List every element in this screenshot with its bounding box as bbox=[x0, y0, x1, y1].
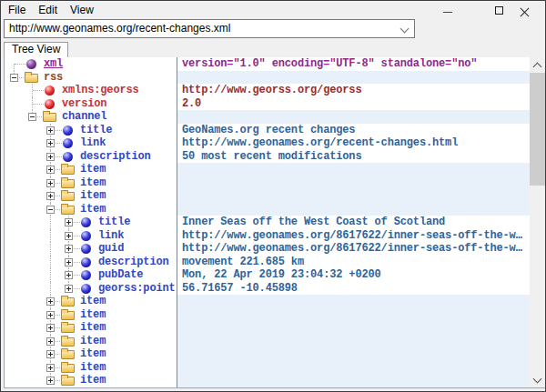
tree-node-row: xml bbox=[5, 57, 177, 71]
tree-expand-toggle-minus[interactable] bbox=[10, 74, 18, 82]
tree-node-row: rss bbox=[5, 71, 177, 85]
tree-node-label[interactable]: link bbox=[98, 229, 124, 243]
tree-guide-line bbox=[33, 104, 44, 105]
tree-expand-toggle-plus[interactable] bbox=[46, 192, 55, 200]
tree-node-label[interactable]: item bbox=[80, 374, 106, 387]
tree-node-row: item bbox=[5, 361, 177, 375]
tree-node-row: item bbox=[5, 163, 177, 176]
value-rows: version="1.0" encoding="UTF-8" standalon… bbox=[177, 57, 530, 387]
tree-node-row: description bbox=[5, 150, 177, 164]
toggle-glyph bbox=[68, 246, 69, 251]
tree-expand-toggle-plus[interactable] bbox=[65, 285, 73, 293]
tree-expand-toggle-plus[interactable] bbox=[65, 218, 73, 226]
close-button[interactable] bbox=[514, 4, 534, 18]
value-row bbox=[177, 361, 530, 375]
url-text[interactable]: http://www.geonames.org/recent-changes.x… bbox=[9, 20, 230, 37]
tree-node-label[interactable]: title bbox=[80, 124, 112, 137]
tree-node-label[interactable]: xml bbox=[44, 57, 63, 71]
tree-guide-line bbox=[50, 242, 51, 256]
tree-guide-line bbox=[33, 90, 44, 91]
value-text: 56.71657 -10.45898 bbox=[177, 282, 530, 296]
tree-node-label[interactable]: description bbox=[80, 150, 151, 164]
menu-file[interactable]: File bbox=[2, 1, 32, 16]
tree-expand-toggle-minus[interactable] bbox=[28, 113, 36, 121]
tree-expand-toggle-plus[interactable] bbox=[46, 324, 55, 332]
tree-node-label[interactable]: item bbox=[80, 308, 106, 322]
tree-expand-toggle-plus[interactable] bbox=[65, 245, 73, 253]
url-combobox[interactable]: http://www.geonames.org/recent-changes.x… bbox=[4, 19, 415, 38]
toggle-glyph bbox=[50, 167, 51, 172]
value-row bbox=[177, 189, 530, 203]
toggle-glyph bbox=[50, 299, 51, 304]
tree-node-label[interactable]: item bbox=[80, 203, 106, 216]
vertical-scrollbar[interactable] bbox=[530, 57, 545, 387]
value-row bbox=[177, 321, 530, 335]
tree-expand-toggle-plus[interactable] bbox=[46, 311, 55, 319]
tree-node-label[interactable]: title bbox=[98, 216, 130, 229]
text-element-ball-icon bbox=[81, 231, 91, 241]
tree-node-label[interactable]: item bbox=[80, 163, 106, 176]
tree-node-label[interactable]: item bbox=[80, 176, 106, 190]
attribute-ball-icon bbox=[45, 99, 55, 109]
scroll-down-button[interactable] bbox=[530, 372, 545, 387]
maximize-button[interactable] bbox=[490, 4, 510, 18]
maximize-icon bbox=[495, 6, 503, 15]
tree-expand-toggle-plus[interactable] bbox=[46, 377, 55, 385]
tree-node-row: item bbox=[5, 321, 177, 335]
tree-node-label[interactable]: pubDate bbox=[98, 268, 143, 282]
tree-node-row: item bbox=[5, 374, 177, 387]
tree-node-label[interactable]: item bbox=[80, 189, 106, 203]
tree-node-label[interactable]: description bbox=[98, 256, 169, 269]
tab-tree-view[interactable]: Tree View bbox=[4, 42, 68, 57]
tree-node-label[interactable]: item bbox=[80, 321, 106, 335]
tree-expand-toggle-plus[interactable] bbox=[46, 337, 55, 346]
tree-expand-toggle-plus[interactable] bbox=[46, 153, 55, 161]
toggle-glyph bbox=[68, 286, 69, 291]
value-text: Inner Seas off the West Coast of Scotlan… bbox=[177, 216, 530, 229]
value-row: version="1.0" encoding="UTF-8" standalon… bbox=[177, 57, 530, 71]
tree-node-label[interactable]: link bbox=[80, 136, 106, 150]
value-text: http://www.geonames.org/8617622/inner-se… bbox=[177, 229, 530, 243]
tree-expand-toggle-plus[interactable] bbox=[46, 139, 55, 147]
menu-view[interactable]: View bbox=[64, 1, 100, 16]
minimize-button[interactable] bbox=[438, 4, 458, 18]
value-text: Mon, 22 Apr 2019 23:04:32 +0200 bbox=[177, 268, 530, 282]
tree-expand-toggle-plus[interactable] bbox=[46, 126, 55, 135]
tree-node-label[interactable]: item bbox=[80, 335, 106, 348]
toggle-glyph bbox=[50, 339, 51, 344]
value-row bbox=[177, 71, 530, 85]
text-element-ball-icon bbox=[81, 257, 91, 267]
tree-expand-toggle-plus[interactable] bbox=[46, 297, 55, 306]
tree-expand-toggle-plus[interactable] bbox=[65, 271, 73, 279]
toggle-glyph bbox=[50, 128, 51, 133]
tree-node-label[interactable]: channel bbox=[62, 110, 106, 124]
tree-node-label[interactable]: version bbox=[62, 97, 106, 111]
tree-node-label[interactable]: guid bbox=[98, 242, 124, 256]
value-text: 50 most recent modifications bbox=[177, 150, 530, 164]
scroll-up-button[interactable] bbox=[530, 57, 545, 73]
tree-node-label[interactable]: item bbox=[80, 347, 106, 361]
tree-expand-toggle-plus[interactable] bbox=[65, 232, 73, 240]
tree-node-label[interactable]: georss:point bbox=[98, 282, 176, 296]
scrollbar-thumb[interactable] bbox=[530, 73, 545, 186]
tree-node-label[interactable]: item bbox=[80, 295, 106, 308]
tree-expand-toggle-plus[interactable] bbox=[46, 179, 55, 187]
tree-node-label[interactable]: item bbox=[80, 361, 106, 375]
tree-expand-toggle-plus[interactable] bbox=[46, 364, 55, 372]
value-row: GeoNames.org recent changes bbox=[177, 124, 530, 137]
chevron-down-icon[interactable] bbox=[400, 25, 410, 34]
tree-expand-toggle-plus[interactable] bbox=[65, 258, 73, 266]
tree-node-row: channel bbox=[5, 110, 177, 124]
value-row: 56.71657 -10.45898 bbox=[177, 282, 530, 296]
value-text: version="1.0" encoding="UTF-8" standalon… bbox=[177, 57, 530, 71]
tree-node-row: item bbox=[5, 308, 177, 322]
tree-node-label[interactable]: rss bbox=[44, 71, 63, 85]
toggle-glyph bbox=[68, 273, 69, 277]
chevron-down-icon bbox=[533, 375, 542, 384]
tree-node-label[interactable]: xmlns:georss bbox=[62, 84, 139, 97]
toggle-glyph bbox=[50, 181, 51, 186]
menu-edit[interactable]: Edit bbox=[32, 1, 64, 16]
tree-expand-toggle-plus[interactable] bbox=[46, 350, 55, 358]
tree-expand-toggle-minus[interactable] bbox=[46, 206, 55, 214]
tree-expand-toggle-plus[interactable] bbox=[46, 166, 55, 174]
